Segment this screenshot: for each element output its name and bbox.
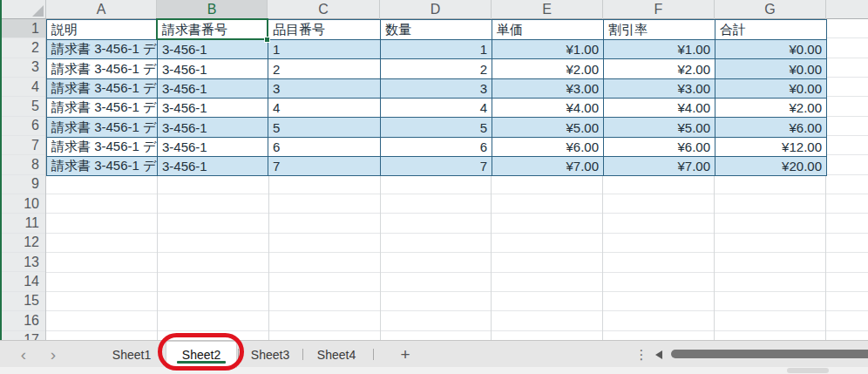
cell-e6[interactable]: ¥5.00 (492, 118, 604, 138)
cell-a6[interactable]: 請求書 3-456-1 デ (47, 118, 158, 138)
cell-c2[interactable]: 1 (268, 40, 381, 59)
cell-c3[interactable]: 2 (268, 59, 381, 79)
cell-g2[interactable]: ¥0.00 (715, 40, 827, 59)
cell-a7[interactable]: 請求書 3-456-1 デ (47, 138, 158, 157)
row-header-3[interactable]: 3 (2, 58, 45, 78)
column-header-e[interactable]: E (492, 0, 603, 19)
cell-g5[interactable]: ¥2.00 (715, 99, 827, 118)
cell-b4[interactable]: 3-456-1 (158, 79, 268, 99)
cell-f8[interactable]: ¥7.00 (604, 157, 715, 176)
cell-f5[interactable]: ¥4.00 (604, 99, 715, 118)
bottom-strip (0, 367, 868, 374)
cell-g3[interactable]: ¥0.00 (715, 59, 827, 79)
cell-c1[interactable]: 品目番号 (268, 20, 381, 40)
cell-a8[interactable]: 請求書 3-456-1 デ (47, 157, 158, 176)
row-header-17[interactable]: 17 (2, 331, 45, 341)
cell-a1[interactable]: 説明 (47, 20, 158, 40)
hscroll-left-arrow-icon[interactable] (655, 350, 662, 359)
tab-sheet4[interactable]: Sheet4 (303, 341, 370, 368)
cell-d7[interactable]: 6 (381, 138, 492, 157)
tab-overflow-menu[interactable]: ⋮ (635, 341, 648, 368)
cell-a2[interactable]: 請求書 3-456-1 デ (47, 40, 158, 59)
row-header-6[interactable]: 6 (2, 117, 45, 136)
column-header-c[interactable]: C (268, 0, 380, 19)
tab-sheet3[interactable]: Sheet3 (239, 341, 302, 368)
column-header-b[interactable]: B (157, 0, 268, 19)
cell-e4[interactable]: ¥3.00 (492, 79, 604, 99)
tab-separator (302, 349, 303, 360)
cell-a4[interactable]: 請求書 3-456-1 デ (47, 79, 158, 99)
cell-d4[interactable]: 3 (381, 79, 492, 99)
row-header-15[interactable]: 15 (2, 292, 45, 311)
row-header-12[interactable]: 12 (2, 234, 45, 253)
cell-b6[interactable]: 3-456-1 (158, 118, 268, 138)
cell-f4[interactable]: ¥3.00 (604, 79, 715, 99)
cell-e2[interactable]: ¥1.00 (492, 40, 604, 59)
cell-f3[interactable]: ¥2.00 (604, 59, 715, 79)
cell-f2[interactable]: ¥1.00 (604, 40, 715, 59)
cell-g8[interactable]: ¥20.00 (715, 157, 827, 176)
cell-b8[interactable]: 3-456-1 (158, 157, 268, 176)
cell-e7[interactable]: ¥6.00 (492, 138, 604, 157)
row-header-8[interactable]: 8 (2, 155, 45, 174)
cell-e3[interactable]: ¥2.00 (492, 59, 604, 79)
cell-b7[interactable]: 3-456-1 (158, 138, 268, 157)
row-header-11[interactable]: 11 (2, 214, 45, 233)
fill-handle[interactable] (264, 37, 270, 43)
new-sheet-button[interactable]: + (394, 341, 417, 368)
select-all-triangle-icon (32, 5, 44, 17)
row-header-9[interactable]: 9 (2, 175, 45, 194)
row-header-4[interactable]: 4 (2, 78, 45, 97)
select-all-corner[interactable] (2, 0, 46, 19)
cell-g6[interactable]: ¥6.00 (715, 118, 827, 138)
column-header-f[interactable]: F (603, 0, 715, 19)
cell-f6[interactable]: ¥5.00 (604, 118, 715, 138)
cell-e8[interactable]: ¥7.00 (492, 157, 604, 176)
cell-c6[interactable]: 5 (268, 118, 381, 138)
row-header-10[interactable]: 10 (2, 194, 45, 214)
cell-b5[interactable]: 3-456-1 (158, 99, 268, 118)
cell-g1[interactable]: 合計 (715, 20, 827, 40)
row-header-1[interactable]: 1 (2, 19, 45, 38)
cell-d8[interactable]: 7 (381, 157, 492, 176)
bottom-scrollbar-fragment[interactable] (787, 368, 829, 373)
active-tab-underline (177, 361, 226, 364)
cell-a5[interactable]: 請求書 3-456-1 デ (47, 99, 158, 118)
cell-c5[interactable]: 4 (268, 99, 381, 118)
row-header-16[interactable]: 16 (2, 311, 45, 330)
row-header-7[interactable]: 7 (2, 136, 45, 155)
cell-f1[interactable]: 割引率 (604, 20, 715, 40)
column-header-a[interactable]: A (46, 0, 157, 19)
cell-e1[interactable]: 単価 (492, 20, 604, 40)
row-header-2[interactable]: 2 (2, 38, 45, 58)
cell-c8[interactable]: 7 (268, 157, 381, 176)
cell-d1[interactable]: 数量 (381, 20, 492, 40)
next-sheet-button[interactable]: › (42, 341, 64, 368)
cell-b2[interactable]: 3-456-1 (158, 40, 268, 59)
hscroll-thumb[interactable] (671, 350, 868, 358)
tab-separator (238, 349, 239, 360)
cell-b1[interactable]: 請求書番号 (158, 20, 268, 40)
cell-g7[interactable]: ¥12.00 (715, 138, 827, 157)
row-header-bar: 1 2 3 4 5 6 7 8 9 10 11 12 13 14 15 16 1… (2, 19, 46, 340)
column-header-d[interactable]: D (380, 0, 492, 19)
tab-sheet1[interactable]: Sheet1 (99, 341, 164, 368)
cell-c4[interactable]: 3 (268, 79, 381, 99)
cell-b3[interactable]: 3-456-1 (158, 59, 268, 79)
row-header-14[interactable]: 14 (2, 272, 45, 291)
cell-c7[interactable]: 6 (268, 138, 381, 157)
column-header-bar: A B C D E F G (46, 0, 868, 19)
row-header-13[interactable]: 13 (2, 253, 45, 272)
cell-g4[interactable]: ¥0.00 (715, 79, 827, 99)
prev-sheet-button[interactable]: ‹ (12, 341, 35, 368)
column-header-g[interactable]: G (715, 0, 826, 19)
row-header-5[interactable]: 5 (2, 97, 45, 116)
cell-d2[interactable]: 1 (381, 40, 492, 59)
tab-sheet2[interactable]: Sheet2 (166, 341, 237, 368)
cell-f7[interactable]: ¥6.00 (604, 138, 715, 157)
cell-a3[interactable]: 請求書 3-456-1 デ (47, 59, 158, 79)
cell-d3[interactable]: 2 (381, 59, 492, 79)
cell-d5[interactable]: 4 (381, 99, 492, 118)
cell-d6[interactable]: 5 (381, 118, 492, 138)
cell-e5[interactable]: ¥4.00 (492, 99, 604, 118)
